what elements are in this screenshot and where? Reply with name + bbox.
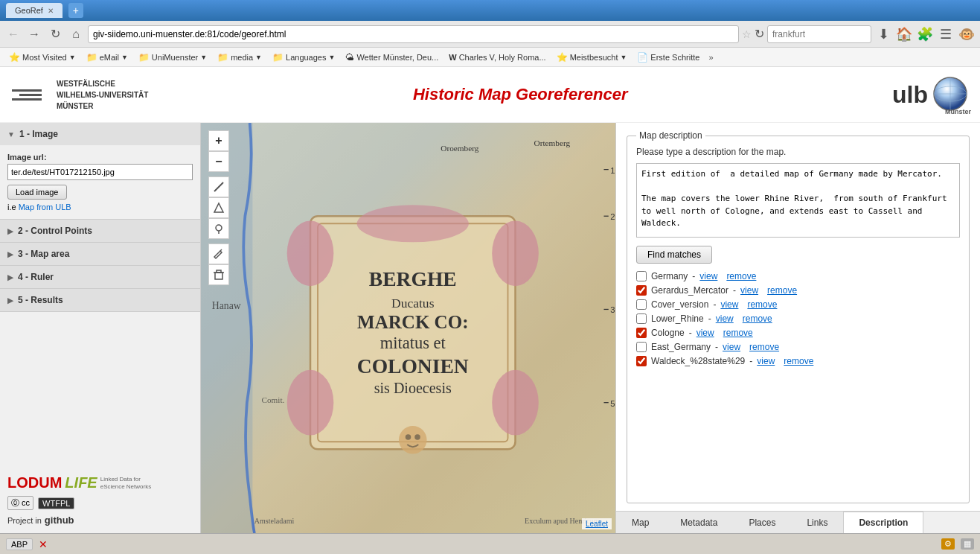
zoom-in-button[interactable]: + <box>208 130 229 151</box>
most-visited-arrow-icon: ▼ <box>69 54 76 61</box>
find-matches-button[interactable]: Find matches <box>636 246 712 264</box>
bookmark-charles[interactable]: W Charles V, Holy Roma... <box>444 51 550 63</box>
svg-point-9 <box>492 220 539 286</box>
tab-map[interactable]: Map <box>616 512 664 533</box>
address-bar[interactable] <box>88 25 739 43</box>
bookmark-erste-schritte[interactable]: 📄 Erste Schritte <box>632 51 704 64</box>
download-button[interactable]: ⬇ <box>874 25 892 43</box>
tag-remove-lower-rhine[interactable]: remove <box>743 313 772 324</box>
lodum-logo: LODUM LIFE Linked Data for eScience Netw… <box>7 474 193 491</box>
tag-checkbox-east-germany[interactable] <box>636 342 647 352</box>
tag-remove-gerardus-mercator[interactable]: remove <box>767 285 797 296</box>
bookmark-star-icon[interactable]: ☆ <box>742 28 752 40</box>
meistbesucht-icon: ⭐ <box>557 52 568 63</box>
sidebar-section-image-header[interactable]: ▼ 1 - Image <box>0 123 200 145</box>
charles-label: Charles V, Holy Roma... <box>459 53 546 62</box>
tab-description[interactable]: Description <box>843 512 923 533</box>
university-logo: Westfälische Wilhelms-Universität Münste… <box>12 78 148 112</box>
tag-remove-cologne[interactable]: remove <box>723 328 753 338</box>
sidebar-section-ruler-header[interactable]: ▶ 4 - Ruler <box>0 266 200 288</box>
map-description-textarea[interactable]: First edition of a detailed map of Germa… <box>636 163 960 238</box>
svg-point-10 <box>287 370 334 436</box>
tag-remove-east-germany[interactable]: remove <box>749 342 779 352</box>
tag-view-gerardus-mercator[interactable]: view <box>740 285 758 296</box>
bookmark-unimuenster[interactable]: 📁 UniMuenster ▼ <box>134 51 211 64</box>
bookmark-most-visited[interactable]: ⭐ Most Visited ▼ <box>4 51 80 64</box>
tag-checkbox-gerardus-mercator[interactable] <box>636 285 647 296</box>
load-image-button[interactable]: Load image <box>7 185 67 200</box>
tag-remove-germany[interactable]: remove <box>726 271 756 281</box>
close-status-button[interactable]: ✕ <box>39 538 48 550</box>
back-button[interactable]: ← <box>4 25 22 43</box>
map-description-legend: Map description <box>636 130 705 141</box>
bookmark-languages[interactable]: 📁 Languages ▼ <box>268 51 339 64</box>
delete-button[interactable] <box>208 264 229 285</box>
bottom-tabs: Map Metadata Places Links Description <box>616 511 980 533</box>
sidebar-section-results: ▶ 5 - Results <box>0 289 200 312</box>
title-bar: GeoRef ✕ + <box>0 0 980 21</box>
monkey-icon[interactable]: 🐵 <box>958 25 976 43</box>
zoom-out-button[interactable]: − <box>208 151 229 172</box>
forward-button[interactable]: → <box>25 25 43 43</box>
sidebar-section-results-header[interactable]: ▶ 5 - Results <box>0 289 200 311</box>
tag-checkbox-cologne[interactable] <box>636 328 647 338</box>
sidebar-section-control-points-header[interactable]: ▶ 2 - Control Points <box>0 220 200 242</box>
footer-badges: ⓪ cc WTFPL <box>7 496 193 510</box>
tag-checkbox-waldeck[interactable] <box>636 356 647 366</box>
meistbesucht-arrow-icon: ▼ <box>620 54 627 61</box>
svg-text:Comit.: Comit. <box>261 395 284 404</box>
tag-remove-cover-version[interactable]: remove <box>747 299 777 310</box>
menu-button[interactable]: ☰ <box>937 25 955 43</box>
bookmark-meistbesucht[interactable]: ⭐ Meistbesucht ▼ <box>552 51 632 64</box>
sidebar-section-map-area-header[interactable]: ▶ 3 - Map area <box>0 243 200 265</box>
map-from-ulb-link[interactable]: Map from ULB <box>19 203 71 211</box>
tag-checkbox-cover-version[interactable] <box>636 299 647 310</box>
home-nav-button[interactable]: 🏠 <box>895 25 913 43</box>
extensions-button[interactable]: 🧩 <box>916 25 934 43</box>
tag-remove-waldeck[interactable]: remove <box>784 356 813 366</box>
svg-rect-41 <box>215 273 222 279</box>
tag-view-germany[interactable]: view <box>699 271 717 281</box>
map-description-section: Map description Please type a descriptio… <box>616 123 980 511</box>
tag-view-cologne[interactable]: view <box>696 328 714 338</box>
svg-text:Oroemberg: Oroemberg <box>441 144 478 153</box>
most-visited-icon: ⭐ <box>9 52 20 63</box>
bookmark-media[interactable]: 📁 media ▼ <box>213 51 266 64</box>
close-tab-button[interactable]: ✕ <box>48 7 54 15</box>
browser-tab[interactable]: GeoRef ✕ <box>6 3 63 18</box>
tag-view-waldeck[interactable]: view <box>757 356 775 366</box>
tag-checkbox-lower-rhine[interactable] <box>636 313 647 324</box>
tag-checkbox-germany[interactable] <box>636 271 647 281</box>
svg-text:10: 10 <box>610 166 615 175</box>
svg-point-11 <box>492 370 539 436</box>
map-area: BERGHE Ducatus MARCK CO: mitatus et COLO… <box>201 123 615 533</box>
svg-point-19 <box>399 426 427 454</box>
unimuenster-arrow-icon: ▼ <box>200 54 207 61</box>
tab-links[interactable]: Links <box>791 512 843 533</box>
search-input[interactable] <box>767 25 871 43</box>
tag-view-east-germany[interactable]: view <box>723 342 740 352</box>
map-placeholder: BERGHE Ducatus MARCK CO: mitatus et COLO… <box>201 123 615 533</box>
bookmark-wetter[interactable]: 🌤 Wetter Münster, Deu... <box>341 51 443 64</box>
map-svg: BERGHE Ducatus MARCK CO: mitatus et COLO… <box>201 123 615 533</box>
tab-metadata[interactable]: Metadata <box>664 512 733 533</box>
tag-view-cover-version[interactable]: view <box>720 299 738 310</box>
edit-button[interactable] <box>208 243 229 264</box>
svg-text:Amsteladami: Amsteladami <box>254 517 295 525</box>
sidebar-section-ruler: ▶ 4 - Ruler <box>0 266 200 289</box>
url-input[interactable] <box>7 164 193 180</box>
draw-line-button[interactable] <box>208 176 229 197</box>
refresh-button[interactable]: ↻ <box>46 25 64 43</box>
tag-view-lower-rhine[interactable]: view <box>716 313 734 324</box>
media-icon: 📁 <box>217 52 228 63</box>
new-tab-button[interactable]: + <box>68 3 83 18</box>
bookmark-email[interactable]: 📁 eMail ▼ <box>82 51 132 64</box>
more-bookmarks-button[interactable]: » <box>708 53 713 62</box>
draw-polygon-button[interactable] <box>208 197 229 218</box>
tab-places[interactable]: Places <box>733 512 791 533</box>
place-marker-button[interactable] <box>208 218 229 239</box>
svg-text:MARCK CO:: MARCK CO: <box>357 312 468 332</box>
leaflet-badge[interactable]: Leaflet <box>582 518 612 529</box>
home-button[interactable]: ⌂ <box>67 25 85 43</box>
cc-badge: ⓪ cc <box>7 496 33 510</box>
